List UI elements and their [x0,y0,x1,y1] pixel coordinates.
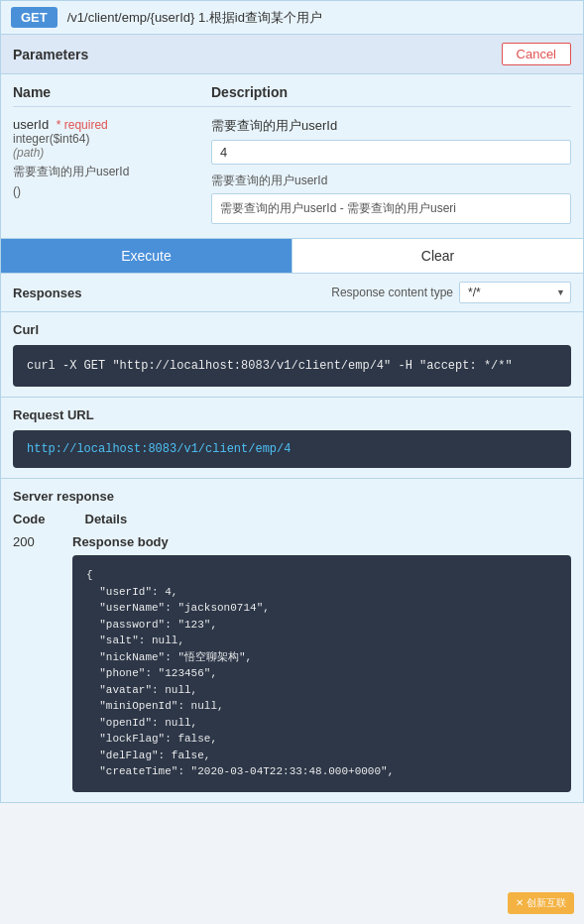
param-location: (path) [13,146,201,160]
api-bar: GET /v1/client/emp/{userId} 1.根据id查询某个用户 [0,0,584,35]
execute-button[interactable]: Execute [1,239,292,273]
content-type-label: Response content type [331,286,453,299]
desc-label-text: 需要查询的用户userId [211,117,571,135]
param-desc-col: 需要查询的用户userId 需要查询的用户userId 需要查询的用户userI… [211,117,571,224]
action-buttons: Execute Clear [0,239,584,274]
responses-title: Responses [13,286,81,300]
param-name-line: userId * required [13,117,201,132]
content-type-wrapper: Response content type */* application/js… [331,282,571,303]
params-columns: Name Description [13,84,571,107]
response-body: { "userId": 4, "userName": "jackson0714"… [72,555,571,792]
col-details-header: Details [85,512,128,526]
response-table-header: Code Details [13,512,571,526]
content-type-select-wrapper[interactable]: */* application/json text/plain [459,282,571,303]
content-type-select[interactable]: */* application/json text/plain [459,282,571,303]
parameters-table: Name Description userId * required integ… [0,74,584,239]
curl-title: Curl [13,322,571,337]
required-label: * required [57,118,108,132]
response-body-label: Response body [72,534,571,549]
col-name-header: Name [13,84,211,100]
api-path: /v1/client/emp/{userId} 1.根据id查询某个用户 [67,9,322,27]
parameters-title: Parameters [13,47,88,62]
param-type: integer($int64) [13,132,201,146]
col-desc-header: Description [211,84,571,100]
userid-input[interactable] [211,140,571,165]
col-code-header: Code [13,512,46,526]
desc-box: 需要查询的用户userId - 需要查询的用户useri [211,193,571,224]
param-paren: () [13,184,201,198]
response-row-200: 200 Response body { "userId": 4, "userNa… [13,534,571,792]
param-desc-label: 需要查询的用户userId [13,164,201,180]
watermark: ✕ 创新互联 [508,892,574,914]
curl-section: Curl curl -X GET "http://localhost:8083/… [0,312,584,398]
responses-bar: Responses Response content type */* appl… [0,274,584,312]
param-name: userId [13,117,49,132]
method-badge: GET [11,7,58,28]
server-response-title: Server response [13,489,571,504]
response-details: Response body { "userId": 4, "userName":… [72,534,571,792]
param-name-col: userId * required integer($int64) (path)… [13,117,211,198]
param-row-userid: userId * required integer($int64) (path)… [13,117,571,224]
response-code: 200 [13,534,72,549]
request-url-value: http://localhost:8083/v1/client/emp/4 [13,430,571,468]
server-response-section: Server response Code Details 200 Respons… [0,479,584,803]
curl-command: curl -X GET "http://localhost:8083/v1/cl… [13,345,571,387]
clear-button[interactable]: Clear [292,239,583,273]
request-url-section: Request URL http://localhost:8083/v1/cli… [0,398,584,479]
request-url-title: Request URL [13,407,571,422]
desc-info: 需要查询的用户userId [211,173,571,189]
cancel-button[interactable]: Cancel [502,43,571,65]
parameters-header: Parameters Cancel [0,35,584,74]
